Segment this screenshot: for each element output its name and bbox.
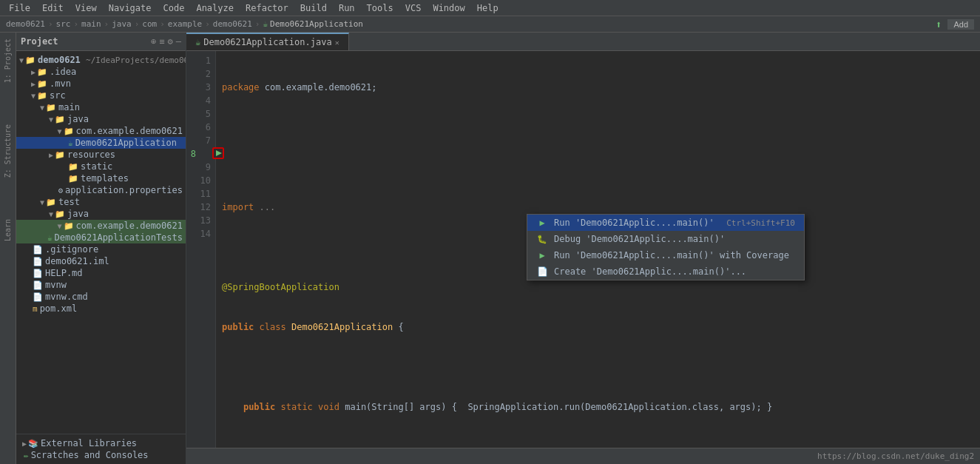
tree-item-app-tests[interactable]: ☕ Demo0621ApplicationTests — [16, 232, 186, 243]
bottom-items: ▶ 📚 External Libraries ✏ Scratches and C… — [16, 434, 186, 464]
panel-icon-settings[interactable]: ⚙ — [168, 36, 173, 47]
context-menu: ▶ Run 'Demo0621Applic....main()' Ctrl+Sh… — [527, 214, 805, 280]
tree-item-mvnw[interactable]: 📄 mvnw — [16, 279, 186, 291]
breadcrumb-item[interactable]: demo0621 — [213, 19, 252, 29]
tree-label: test — [58, 197, 80, 207]
tree-item-idea[interactable]: ▶ 📁 .idea — [16, 66, 186, 78]
line-num: 4 — [186, 94, 211, 107]
menu-vcs[interactable]: VCS — [399, 1, 428, 15]
menu-code[interactable]: Code — [158, 1, 191, 15]
tree-item-gitignore[interactable]: 📄 .gitignore — [16, 243, 186, 255]
tree-arrow: ▼ — [40, 104, 44, 112]
tab-label: Demo0621Application.java — [203, 37, 331, 47]
scratches-icon: ✏ — [24, 451, 29, 460]
tree-label: mvnw — [45, 280, 67, 290]
tree-item-appprops[interactable]: ⚙ application.properties — [16, 184, 186, 196]
menu-build[interactable]: Build — [294, 1, 333, 15]
tree-item-src[interactable]: ▼ 📁 src — [16, 90, 186, 101]
tree-item-scratches[interactable]: ✏ Scratches and Consoles — [16, 449, 186, 461]
iml-icon: 📄 — [33, 257, 43, 266]
menu-window[interactable]: Window — [427, 1, 470, 15]
ctx-create-label: Create 'Demo0621Applic....main()'... — [554, 266, 789, 277]
panel-icon-add[interactable]: ⊕ — [151, 36, 156, 47]
learn-strip-label[interactable]: Learn — [2, 213, 13, 247]
panel-icon-minimize[interactable]: – — [176, 36, 181, 47]
tree-item-test-package[interactable]: ▼ 📁 com.example.demo0621 — [16, 220, 186, 232]
breadcrumb-item[interactable]: example — [168, 19, 202, 29]
project-tree: ▼ 📁 demo0621 ~/IdeaProjects/demo0621 ▶ 📁… — [16, 51, 186, 434]
menu-help[interactable]: Help — [471, 1, 504, 15]
ctx-debug-label: Debug 'Demo0621Applic....main()' — [554, 234, 789, 244]
tab-close-icon[interactable]: ✕ — [335, 38, 339, 47]
tree-label: Demo0621ApplicationTests — [55, 232, 183, 243]
code-line-main: public static void main(String[] args) {… — [222, 400, 974, 414]
tree-item-iml[interactable]: 📄 demo0621.iml — [16, 255, 186, 267]
breadcrumb-item[interactable]: com — [142, 19, 157, 29]
menu-edit[interactable]: Edit — [36, 1, 70, 15]
menu-analyze[interactable]: Analyze — [190, 1, 240, 15]
tree-label: resources — [67, 149, 115, 160]
breadcrumb-item[interactable]: main — [81, 19, 101, 29]
tree-label: java — [67, 114, 89, 124]
tree-arrow: ▼ — [49, 115, 53, 124]
tree-label: .gitignore — [45, 244, 98, 255]
navigate-up-icon[interactable]: ⬆ — [936, 19, 942, 30]
menu-file[interactable]: File — [3, 1, 36, 15]
add-button[interactable]: Add — [947, 19, 974, 30]
breadcrumb-sep: › — [255, 19, 260, 29]
panel-icon-list[interactable]: ≡ — [159, 36, 164, 47]
tree-label: Scratches and Consoles — [31, 450, 149, 460]
tree-item-demo0621[interactable]: ▼ 📁 demo0621 ~/IdeaProjects/demo0621 — [16, 54, 186, 66]
run-gutter-button[interactable] — [212, 147, 224, 159]
ctx-debug-item[interactable]: 🐛 Debug 'Demo0621Applic....main()' — [527, 231, 804, 247]
md-icon: 📄 — [33, 269, 43, 278]
breadcrumb-item[interactable]: demo0621 — [6, 19, 45, 29]
code-line — [222, 360, 974, 374]
breadcrumb-item[interactable]: java — [112, 19, 132, 29]
breadcrumb-item[interactable]: src — [56, 19, 71, 29]
editor-tabs: ☕ Demo0621Application.java ✕ — [186, 33, 980, 51]
ctx-create-item[interactable]: 📄 Create 'Demo0621Applic....main()'... — [527, 263, 804, 280]
folder-src-icon: 📁 — [37, 91, 47, 101]
tree-item-main[interactable]: ▼ 📁 main — [16, 101, 186, 113]
tree-arrow: ▼ — [57, 222, 61, 230]
tab-java-icon: ☕ — [195, 37, 200, 47]
tree-item-resources[interactable]: ▶ 📁 resources — [16, 149, 186, 161]
project-strip-label[interactable]: 1: Project — [2, 33, 13, 89]
code-line: public class Demo0621Application { — [222, 320, 974, 334]
tree-label: static — [81, 161, 112, 172]
menu-refactor[interactable]: Refactor — [240, 1, 294, 15]
folder-blue-icon: 📁 — [55, 115, 65, 124]
status-url: https://blog.csdn.net/duke_ding2 — [817, 451, 974, 461]
spring-icon: ☕ — [68, 138, 73, 148]
breadcrumb-item-active[interactable]: ☕Demo0621Application — [263, 19, 362, 29]
tree-item-mvn[interactable]: ▶ 📁 .mvn — [16, 78, 186, 90]
line-num: 10 — [186, 174, 211, 187]
editor-tab-application[interactable]: ☕ Demo0621Application.java ✕ — [186, 33, 349, 50]
tree-arrow: ▶ — [31, 68, 36, 76]
tree-item-test[interactable]: ▼ 📁 test — [16, 196, 186, 208]
tree-item-package[interactable]: ▼ 📁 com.example.demo0621 — [16, 125, 186, 137]
tree-item-mvnwcmd[interactable]: 📄 mvnw.cmd — [16, 291, 186, 303]
line-num: 6 — [186, 121, 211, 134]
tree-item-test-java[interactable]: ▼ 📁 java — [16, 208, 186, 220]
folder-blue-icon: 📁 — [64, 127, 74, 136]
menu-run[interactable]: Run — [333, 1, 361, 15]
menu-view[interactable]: View — [70, 1, 103, 15]
line-num: 5 — [186, 107, 211, 121]
ctx-coverage-label: Run 'Demo0621Applic....main()' with Cove… — [554, 250, 789, 260]
menu-navigate[interactable]: Navigate — [103, 1, 158, 15]
ctx-run-item[interactable]: ▶ Run 'Demo0621Applic....main()' Ctrl+Sh… — [527, 215, 804, 231]
tree-item-application[interactable]: ☕ Demo0621Application — [16, 137, 186, 149]
folder-blue-icon: 📁 — [64, 221, 74, 231]
tree-item-templates[interactable]: 📁 templates — [16, 172, 186, 184]
tree-item-helpmd[interactable]: 📄 HELP.md — [16, 267, 186, 279]
structure-strip-label[interactable]: Z: Structure — [2, 118, 13, 184]
tree-item-java-folder[interactable]: ▼ 📁 java — [16, 113, 186, 125]
tree-item-pomxml[interactable]: m pom.xml — [16, 303, 186, 315]
ctx-run-label: Run 'Demo0621Applic....main()' — [554, 218, 720, 228]
menu-tools[interactable]: Tools — [361, 1, 399, 15]
ctx-coverage-item[interactable]: ▶ Run 'Demo0621Applic....main()' with Co… — [527, 247, 804, 263]
tree-item-ext-libs[interactable]: ▶ 📚 External Libraries — [16, 437, 186, 449]
tree-item-static[interactable]: 📁 static — [16, 161, 186, 172]
